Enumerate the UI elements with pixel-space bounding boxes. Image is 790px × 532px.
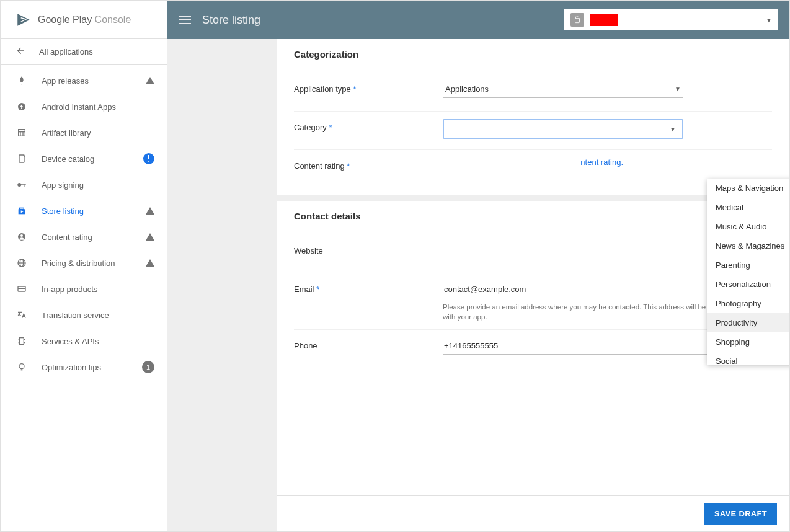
dropdown-option[interactable]: Maps & Navigation: [707, 179, 789, 198]
field-website: Website: [294, 235, 772, 273]
device-icon: [16, 154, 28, 164]
nav-item-device-catalog[interactable]: Device catalog: [1, 146, 167, 172]
section-title: Contact details: [294, 211, 772, 221]
nav-item-services[interactable]: Services & APIs: [1, 328, 167, 354]
bulb-icon: [16, 362, 28, 372]
svg-rect-2: [19, 130, 25, 136]
app-selector[interactable]: ▼: [564, 9, 778, 30]
nav-label: App signing: [42, 180, 84, 190]
chevron-down-icon: ▼: [670, 126, 676, 133]
nav-item-artifact-library[interactable]: Artifact library: [1, 120, 167, 146]
nav-label: Content rating: [42, 233, 92, 242]
nav-all-applications[interactable]: All applications: [1, 39, 167, 65]
field-content-rating: Content rating * ntent rating.: [294, 150, 772, 188]
svg-rect-26: [21, 369, 23, 370]
nav-item-store-listing[interactable]: Store listing: [1, 198, 167, 224]
nav-item-app-releases[interactable]: App releases: [1, 68, 167, 94]
application-type-dropdown[interactable]: Applications ▼: [443, 81, 683, 98]
warning-icon: [146, 233, 154, 241]
field-category: Category * ▼: [294, 112, 772, 150]
card-icon: [16, 284, 28, 294]
logo: Google Play Console: [1, 1, 167, 39]
left-gutter: [167, 39, 277, 531]
nav-label: Artifact library: [42, 128, 91, 138]
rating-icon: [16, 232, 28, 242]
dropdown-option[interactable]: Parenting: [707, 255, 789, 275]
nav-label: Services & APIs: [42, 337, 99, 346]
bolt-icon: [16, 102, 28, 112]
field-application-type: Application type * Applications ▼: [294, 73, 772, 112]
dropdown-option[interactable]: Music & Audio: [707, 217, 789, 236]
play-logo-icon: [16, 12, 32, 28]
svg-marker-0: [17, 14, 30, 26]
nav-list: App releases Android Instant Apps Artifa…: [1, 65, 167, 380]
nav-item-content-rating[interactable]: Content rating: [1, 224, 167, 250]
nav-item-translation[interactable]: Translation service: [1, 302, 167, 328]
arrow-left-icon: [16, 46, 25, 58]
store-icon: [16, 206, 28, 216]
sidebar: Google Play Console All applications App…: [1, 1, 167, 531]
chevron-down-icon: ▼: [766, 17, 772, 24]
nav-item-pricing[interactable]: Pricing & distribution: [1, 250, 167, 276]
svg-rect-20: [20, 338, 24, 345]
warning-icon: [146, 259, 154, 267]
section-categorization: Categorization Application type * Applic…: [277, 39, 789, 195]
chevron-down-icon: ▼: [675, 86, 681, 92]
key-icon: [16, 179, 28, 190]
api-icon: [16, 336, 28, 346]
dropdown-value: Applications: [445, 84, 489, 94]
field-label: Content rating *: [294, 157, 443, 171]
svg-rect-6: [19, 155, 24, 162]
form-area: Categorization Application type * Applic…: [277, 39, 789, 531]
svg-point-14: [20, 234, 23, 237]
field-email: Email * Please provide an email address …: [294, 273, 772, 330]
content-rating-link[interactable]: ntent rating.: [580, 157, 623, 167]
library-icon: [16, 128, 28, 138]
category-dropdown[interactable]: ▼: [443, 119, 683, 139]
nav-label: In-app products: [42, 285, 97, 294]
nav-label: App releases: [42, 76, 89, 86]
nav-label: Translation service: [42, 311, 109, 320]
svg-point-7: [17, 183, 21, 187]
translate-icon: [16, 310, 28, 320]
globe-icon: [16, 258, 28, 268]
android-icon: [570, 13, 584, 27]
count-badge: 1: [142, 361, 154, 373]
logo-text: Google Play Console: [38, 14, 131, 25]
nav-item-iap[interactable]: In-app products: [1, 276, 167, 302]
warning-icon: [146, 207, 154, 215]
dropdown-option[interactable]: Shopping: [707, 332, 789, 352]
rocket-icon: [16, 76, 28, 86]
category-dropdown-popup: Maps & Navigation Medical Music & Audio …: [707, 179, 789, 365]
dropdown-option[interactable]: Medical: [707, 198, 789, 217]
save-draft-button[interactable]: SAVE DRAFT: [704, 503, 777, 525]
field-label: Website: [294, 242, 443, 255]
dropdown-option[interactable]: News & Magazines: [707, 236, 789, 255]
alert-icon: [143, 153, 154, 164]
nav-item-optimization[interactable]: Optimization tips 1: [1, 354, 167, 380]
nav-all-label: All applications: [39, 47, 93, 56]
nav-item-app-signing[interactable]: App signing: [1, 172, 167, 198]
field-label: Category *: [294, 119, 443, 132]
hamburger-icon[interactable]: [179, 16, 191, 24]
svg-point-25: [19, 364, 24, 369]
dropdown-option[interactable]: Photography: [707, 294, 789, 313]
topbar: Store listing ▼: [167, 1, 789, 39]
dropdown-option[interactable]: Social: [707, 352, 789, 365]
field-label: Phone: [294, 337, 443, 350]
nav-label: Android Instant Apps: [42, 102, 116, 112]
main: Store listing ▼ Categorization Applicati…: [167, 1, 789, 531]
nav-label: Pricing & distribution: [42, 259, 115, 268]
svg-rect-19: [18, 288, 25, 289]
field-phone: Phone: [294, 330, 772, 368]
footer: SAVE DRAFT: [277, 495, 789, 531]
nav-label: Optimization tips: [42, 363, 101, 372]
field-label: Email *: [294, 281, 443, 294]
warning-icon: [146, 77, 154, 84]
dropdown-option-highlighted[interactable]: Productivity: [707, 313, 789, 332]
svg-rect-9: [25, 184, 26, 187]
nav-label: Store listing: [42, 206, 84, 216]
nav-item-instant-apps[interactable]: Android Instant Apps: [1, 94, 167, 120]
dropdown-list: Maps & Navigation Medical Music & Audio …: [707, 179, 789, 365]
dropdown-option[interactable]: Personalization: [707, 275, 789, 294]
